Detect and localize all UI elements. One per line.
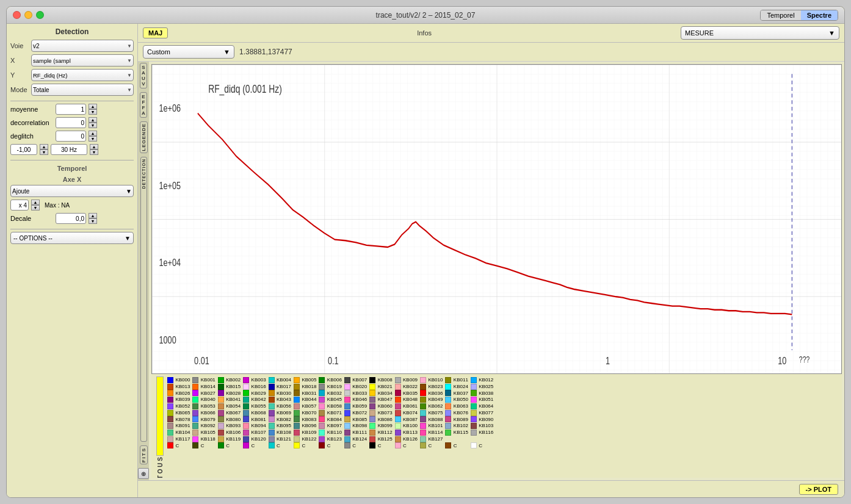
decorrelation-label: decorrelation — [10, 119, 53, 126]
max-na-label: Max : NA — [45, 202, 70, 209]
side-buttons-left: S A U V E F F A LEGENDE DE — [138, 62, 149, 480]
mode-arrow: ▼ — [127, 87, 132, 93]
deglitch-up[interactable]: ▲ — [89, 131, 97, 136]
custom-select[interactable]: Custom ▼ — [143, 45, 234, 59]
mesure-select[interactable]: MESURE ▼ — [681, 26, 839, 40]
ajoute-select[interactable]: Ajoute ▼ — [10, 185, 134, 197]
decale-input[interactable]: 0,0 — [56, 213, 86, 224]
svg-text:1: 1 — [606, 355, 610, 366]
options-select[interactable]: -- OPTIONS -- ▼ — [10, 232, 134, 244]
deglitch-row: deglitch 0 ▲ ▼ — [10, 131, 134, 142]
plot-button[interactable]: -> PLOT — [799, 484, 838, 495]
coords-display: 1.38881,137477 — [239, 48, 292, 56]
ajoute-arrow: ▼ — [126, 188, 132, 195]
maj-button[interactable]: MAJ — [143, 27, 168, 38]
legende-label: LEGENDE — [141, 123, 147, 151]
mesure-arrow: ▼ — [828, 29, 835, 37]
svg-rect-2 — [152, 65, 841, 373]
mode-select[interactable]: Totale ▼ — [31, 84, 134, 96]
voie-select[interactable]: v2 ▼ — [31, 40, 134, 52]
u-btn[interactable]: U — [142, 76, 145, 81]
range-min-input[interactable]: -1,00 — [10, 144, 37, 155]
voie-label: Voie — [10, 42, 29, 49]
main-window: trace_tout/v2/ 2 – 2015_02_07 Temporel S… — [6, 6, 845, 498]
x4-down[interactable]: ▼ — [31, 205, 40, 211]
range-min-spinner[interactable]: ▲ ▼ — [40, 144, 48, 155]
minimize-button[interactable] — [24, 11, 32, 19]
moyenne-label: moyenne — [10, 106, 53, 113]
chart-svg-area[interactable]: 1e+06 1e+05 1e+04 1000 0.01 0.1 1 10 RF_… — [151, 64, 842, 374]
x4-spinner[interactable]: ▲ ▼ — [31, 200, 40, 211]
tous-label: T O U S — [157, 457, 164, 478]
a2-btn[interactable]: A — [142, 110, 145, 116]
mode-row: Mode Totale ▼ — [10, 84, 134, 96]
x-label: X — [10, 57, 29, 64]
tab-temporel[interactable]: Temporel — [761, 10, 800, 20]
s-btn[interactable]: S — [142, 65, 145, 70]
deglitch-spinner[interactable]: ▲ ▼ — [89, 131, 97, 142]
e-btn[interactable]: E — [142, 94, 145, 99]
toolbar-row: MAJ Infos MESURE ▼ — [138, 24, 844, 43]
deglitch-down[interactable]: ▼ — [89, 136, 97, 142]
fits-label: FITS — [141, 447, 147, 463]
tab-group: Temporel Spectre — [760, 10, 838, 21]
decale-spinner[interactable]: ▲ ▼ — [89, 213, 97, 224]
y-row: Y RF_didq (Hz) ▼ — [10, 69, 134, 81]
decale-up[interactable]: ▲ — [89, 213, 97, 218]
chart-wrapper: S A U V E F F A LEGENDE DE — [138, 62, 844, 480]
moyenne-up[interactable]: ▲ — [89, 104, 97, 109]
range-max-input[interactable]: 30 Hz — [51, 144, 87, 155]
decorrelation-row: decorrelation 0 ▲ ▼ — [10, 117, 134, 128]
voie-arrow: ▼ — [127, 43, 132, 49]
moyenne-input[interactable]: 1 — [56, 104, 86, 115]
window-title: trace_tout/v2/ 2 – 2015_02_07 — [376, 11, 476, 20]
x-arrow: ▼ — [127, 58, 132, 63]
deco-up[interactable]: ▲ — [89, 117, 97, 123]
range-max-up[interactable]: ▲ — [90, 144, 98, 149]
svg-text:0.1: 0.1 — [328, 355, 339, 366]
v-btn[interactable]: V — [142, 81, 145, 87]
window-controls — [13, 11, 44, 19]
decale-label: Decale — [10, 215, 53, 222]
moyenne-spinner[interactable]: ▲ ▼ — [89, 104, 97, 115]
f1-btn[interactable]: F — [142, 99, 145, 105]
chart-svg: 1e+06 1e+05 1e+04 1000 0.01 0.1 1 10 RF_… — [152, 65, 841, 373]
range-max-down[interactable]: ▼ — [90, 149, 98, 155]
bottom-bar: -> PLOT — [138, 480, 844, 497]
compass-button[interactable]: ⊕ — [138, 468, 149, 479]
detection-title: Detection — [10, 27, 134, 36]
maximize-button[interactable] — [36, 11, 44, 19]
sidebar: Detection Voie v2 ▼ X sample (sampl ▼ Y … — [7, 24, 138, 497]
range-max-spinner[interactable]: ▲ ▼ — [90, 144, 98, 155]
legend-area: T O U S KB000 KB001 KB002 KB003 KB004 — [151, 374, 842, 478]
svg-text:1e+04: 1e+04 — [159, 257, 181, 268]
f2-btn[interactable]: F — [142, 105, 145, 110]
y-select[interactable]: RF_didq (Hz) ▼ — [31, 69, 134, 81]
range-min-down[interactable]: ▼ — [40, 149, 48, 155]
x4-input[interactable]: x 4 — [10, 200, 29, 211]
tab-spectre[interactable]: Spectre — [801, 10, 838, 20]
content-area: Detection Voie v2 ▼ X sample (sampl ▼ Y … — [7, 24, 844, 497]
deglitch-input[interactable]: 0 — [56, 131, 86, 142]
legend-grid: KB000 KB001 KB002 KB003 KB004 KB005 KB00… — [166, 376, 837, 478]
x4-row: x 4 ▲ ▼ Max : NA — [10, 200, 134, 211]
custom-arrow: ▼ — [223, 48, 230, 56]
moyenne-down[interactable]: ▼ — [89, 109, 97, 115]
a-btn[interactable]: A — [142, 70, 145, 76]
decorrelation-spinner[interactable]: ▲ ▼ — [89, 117, 97, 128]
axe-x-label: Axe X — [10, 176, 134, 183]
svg-text:???: ??? — [799, 355, 809, 364]
decorrelation-input[interactable]: 0 — [56, 117, 86, 128]
moyenne-row: moyenne 1 ▲ ▼ — [10, 104, 134, 115]
y-arrow: ▼ — [127, 73, 132, 78]
close-button[interactable] — [13, 11, 21, 19]
decale-down[interactable]: ▼ — [89, 218, 97, 224]
main-area: MAJ Infos MESURE ▼ Custom ▼ 1.38881,1374… — [138, 24, 844, 497]
x4-up[interactable]: ▲ — [31, 200, 40, 205]
range-min-up[interactable]: ▲ — [40, 144, 48, 149]
deco-down[interactable]: ▼ — [89, 123, 97, 128]
y-label: Y — [10, 71, 29, 79]
legend-container: T O U S KB000 KB001 KB002 KB003 KB004 — [156, 376, 837, 478]
svg-text:10: 10 — [778, 355, 786, 366]
x-select[interactable]: sample (sampl ▼ — [31, 54, 134, 67]
